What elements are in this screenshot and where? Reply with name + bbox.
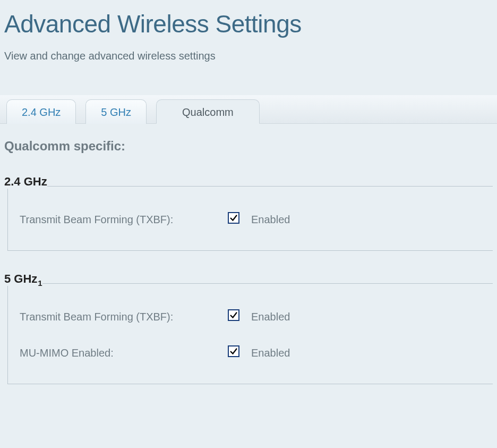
check-icon bbox=[229, 213, 238, 223]
check-icon bbox=[229, 346, 238, 356]
band-24ghz-body: Transmit Beam Forming (TXBF): Enabled bbox=[7, 189, 493, 251]
band-5ghz-block: 5 GHz 1 Transmit Beam Forming (TXBF): En… bbox=[4, 272, 493, 384]
value-5-txbf: Enabled bbox=[251, 311, 290, 323]
value-5-mumimo: Enabled bbox=[251, 347, 290, 359]
page-title: Advanced Wireless Settings bbox=[4, 10, 493, 38]
row-24-txbf: Transmit Beam Forming (TXBF): Enabled bbox=[20, 209, 493, 230]
check-icon bbox=[229, 310, 238, 320]
checkbox-5-txbf[interactable] bbox=[228, 309, 239, 321]
tab-24ghz[interactable]: 2.4 GHz bbox=[6, 99, 76, 124]
label-5-txbf: Transmit Beam Forming (TXBF): bbox=[20, 311, 228, 323]
divider-line bbox=[42, 283, 493, 284]
page-subtitle: View and change advanced wireless settin… bbox=[4, 50, 493, 62]
row-5-mumimo: MU-MIMO Enabled: Enabled bbox=[20, 342, 493, 364]
value-24-txbf: Enabled bbox=[251, 214, 290, 226]
tab-qualcomm[interactable]: Qualcomm bbox=[156, 99, 260, 124]
label-5-mumimo: MU-MIMO Enabled: bbox=[20, 347, 228, 359]
label-24-txbf: Transmit Beam Forming (TXBF): bbox=[20, 214, 228, 226]
row-5-txbf: Transmit Beam Forming (TXBF): Enabled bbox=[20, 306, 493, 327]
checkbox-24-txbf[interactable] bbox=[228, 212, 239, 224]
band-24ghz-label: 2.4 GHz bbox=[4, 175, 47, 189]
band-5ghz-label: 5 GHz bbox=[4, 272, 37, 286]
band-5ghz-subscript: 1 bbox=[38, 278, 42, 288]
tab-5ghz[interactable]: 5 GHz bbox=[85, 99, 147, 124]
section-title: Qualcomm specific: bbox=[4, 139, 493, 154]
tab-bar: 2.4 GHz 5 GHz Qualcomm bbox=[0, 95, 497, 124]
band-5ghz-body: Transmit Beam Forming (TXBF): Enabled MU… bbox=[7, 286, 493, 384]
band-24ghz-block: 2.4 GHz Transmit Beam Forming (TXBF): En… bbox=[4, 175, 493, 251]
band-5ghz-header: 5 GHz 1 bbox=[4, 272, 493, 286]
page-header: Advanced Wireless Settings View and chan… bbox=[0, 0, 497, 62]
checkbox-5-mumimo[interactable] bbox=[228, 345, 239, 357]
divider-line bbox=[47, 186, 493, 187]
band-24ghz-header: 2.4 GHz bbox=[4, 175, 493, 189]
tab-content: Qualcomm specific: 2.4 GHz Transmit Beam… bbox=[0, 124, 497, 384]
